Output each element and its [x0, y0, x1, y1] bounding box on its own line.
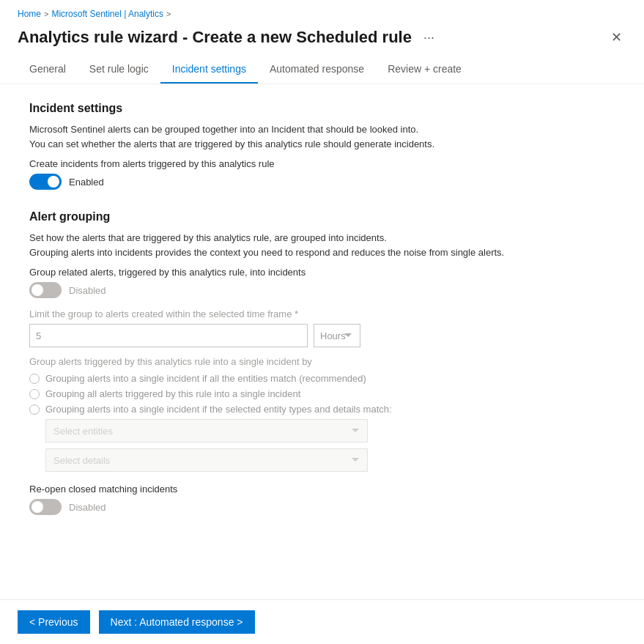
tab-automated-response[interactable]: Automated response: [258, 56, 376, 84]
incident-settings-title: Incident settings: [29, 102, 615, 115]
time-unit-wrapper: Hours Minutes Days: [314, 324, 615, 347]
footer: < Previous Next : Automated response >: [0, 599, 644, 644]
radio-entities-match-label[interactable]: Grouping alerts into a single incident i…: [45, 373, 366, 384]
radio-entities-match[interactable]: [29, 374, 40, 384]
title-bar-left: Analytics rule wizard - Create a new Sch…: [18, 28, 439, 47]
group-related-toggle-row: Disabled: [29, 282, 615, 298]
radio-option-1: Grouping alerts into a single incident i…: [29, 373, 615, 384]
incident-settings-section: Incident settings Microsoft Sentinel ale…: [29, 102, 615, 190]
group-by-label: Group alerts triggered by this analytics…: [29, 356, 615, 367]
tab-general[interactable]: General: [18, 56, 78, 84]
create-incidents-toggle-row: Enabled: [29, 174, 615, 190]
breadcrumb-sep2: >: [166, 10, 171, 18]
reopen-toggle[interactable]: [29, 499, 62, 515]
time-frame-row: Hours Minutes Days: [29, 324, 615, 347]
tab-incident-settings[interactable]: Incident settings: [160, 56, 258, 84]
alert-grouping-section: Alert grouping Set how the alerts that a…: [29, 210, 615, 515]
time-frame-label: Limit the group to alerts created within…: [29, 308, 615, 319]
select-entities-row: Select entities: [45, 419, 368, 443]
radio-option-3: Grouping alerts into a single incident i…: [29, 404, 615, 415]
select-details-row: Select details: [45, 448, 368, 472]
group-related-toggle[interactable]: [29, 282, 62, 298]
create-incidents-slider: [29, 174, 62, 190]
incident-desc-line1: Microsoft Sentinel alerts can be grouped…: [29, 124, 418, 135]
select-details-chevron-icon: [351, 456, 360, 465]
tabs-container: General Set rule logic Incident settings…: [0, 56, 644, 84]
select-entities-placeholder: Select entities: [53, 426, 113, 437]
group-related-label: Group related alerts, triggered by this …: [29, 267, 615, 278]
time-frame-input[interactable]: [29, 324, 308, 347]
alert-grouping-title: Alert grouping: [29, 210, 615, 223]
next-button[interactable]: Next : Automated response >: [99, 610, 255, 634]
previous-button[interactable]: < Previous: [18, 610, 90, 634]
select-details-dropdown[interactable]: Select details: [45, 448, 368, 472]
reopen-toggle-label: Disabled: [69, 502, 106, 513]
select-entities-dropdown[interactable]: Select entities: [45, 419, 368, 443]
tab-review-create[interactable]: Review + create: [376, 56, 473, 84]
alert-grouping-desc: Set how the alerts that are triggered by…: [29, 231, 615, 259]
time-unit-select[interactable]: Hours Minutes Days: [314, 324, 360, 347]
incident-settings-desc: Microsoft Sentinel alerts can be grouped…: [29, 122, 615, 151]
create-incidents-toggle[interactable]: [29, 174, 62, 190]
alert-grouping-desc-line1: Set how the alerts that are triggered by…: [29, 232, 387, 243]
close-icon[interactable]: ✕: [607, 28, 626, 47]
breadcrumb-home[interactable]: Home: [18, 9, 41, 19]
breadcrumb-sep1: >: [44, 10, 48, 18]
group-related-slider: [29, 282, 62, 298]
radio-entity-types[interactable]: [29, 404, 40, 415]
reopen-toggle-row: Disabled: [29, 499, 615, 515]
select-details-placeholder: Select details: [53, 455, 110, 466]
alert-grouping-desc-line2: Grouping alerts into incidents provides …: [29, 247, 504, 258]
reopen-slider: [29, 499, 62, 515]
radio-all-alerts-label[interactable]: Grouping all alerts triggered by this ru…: [45, 388, 300, 399]
incident-desc-line2: You can set whether the alerts that are …: [29, 138, 434, 149]
tab-set-rule-logic[interactable]: Set rule logic: [78, 56, 160, 84]
reopen-label: Re-open closed matching incidents: [29, 484, 615, 495]
create-incidents-toggle-label: Enabled: [69, 177, 104, 188]
breadcrumb: Home > Microsoft Sentinel | Analytics >: [0, 0, 644, 23]
content-area: Incident settings Microsoft Sentinel ale…: [0, 84, 644, 599]
radio-option-2: Grouping all alerts triggered by this ru…: [29, 388, 615, 399]
page-title: Analytics rule wizard - Create a new Sch…: [18, 28, 412, 47]
select-entities-chevron-icon: [351, 426, 360, 435]
more-options-icon[interactable]: ···: [419, 29, 439, 47]
radio-all-alerts[interactable]: [29, 389, 40, 399]
radio-entity-types-label[interactable]: Grouping alerts into a single incident i…: [45, 404, 392, 415]
create-incidents-label: Create incidents from alerts triggered b…: [29, 158, 615, 169]
title-bar: Analytics rule wizard - Create a new Sch…: [0, 23, 644, 56]
page-container: Home > Microsoft Sentinel | Analytics > …: [0, 0, 644, 644]
breadcrumb-sentinel[interactable]: Microsoft Sentinel | Analytics: [51, 9, 163, 19]
group-related-toggle-label: Disabled: [69, 285, 106, 296]
